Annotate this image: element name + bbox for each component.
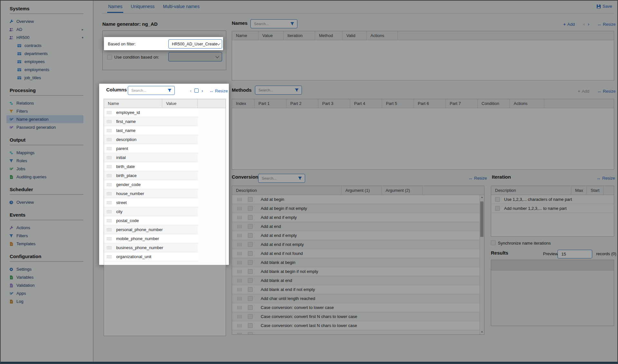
save-button[interactable]: Save [596,4,612,9]
column-row-personal-phone-number[interactable]: personal_phone_number [104,225,198,234]
tab-names[interactable]: Names [107,4,123,13]
conversion-checkbox[interactable] [248,278,253,283]
drag-handle-icon[interactable] [107,192,112,195]
sidebar-item-contracts[interactable]: contracts [6,42,83,50]
drag-handle-icon[interactable] [107,210,112,213]
iteration-checkbox[interactable] [495,206,500,211]
filter-funnel-icon[interactable] [167,88,172,93]
conversion-row-case-conversion-convert-last-n-chars-to-lower-case[interactable]: Case conversion: convert last N chars to… [232,321,480,330]
iteration-row-use-1-2-3-characters-of-name-part[interactable]: Use 1,2,3,... characters of name part [491,195,614,204]
drag-handle-icon[interactable] [237,324,242,327]
drag-handle-icon[interactable] [237,288,242,291]
sidebar-item-actions[interactable]: Actions [6,224,83,232]
conversion-row-add-blank-at-begin-if-not-empty[interactable]: Add blank at begin if not empty [232,267,480,276]
conversion-checkbox[interactable] [248,251,253,256]
sidebar-item-employments[interactable]: employments [6,66,83,74]
drag-handle-icon[interactable] [237,270,242,273]
chevron-left-icon[interactable]: ‹ [190,88,192,93]
drag-handle-icon[interactable] [107,120,112,123]
drag-handle-icon[interactable] [237,261,242,264]
column-row-initial[interactable]: initial [104,153,198,162]
conversion-row-add-at-begin[interactable]: Add at begin [232,195,480,204]
conversion-checkbox[interactable] [248,287,253,292]
sidebar-item-relations[interactable]: Relations [6,99,83,107]
sidebar-item-overview[interactable]: Overview [6,17,83,25]
column-row-postal-code[interactable]: postal_code [104,216,198,225]
conversion-row-add-at-end[interactable]: Add at end [232,222,480,231]
sidebar-item-templates[interactable]: Templates [6,240,83,248]
drag-handle-icon[interactable] [237,225,242,228]
chevron-right-icon[interactable]: › [588,21,589,27]
scroll-down-icon[interactable]: ▼ [480,330,484,334]
column-row-last-name[interactable]: last_name [104,126,198,135]
names-search-input[interactable] [253,22,288,26]
sidebar-item-apps[interactable]: Apps [6,289,83,297]
methods-search-input[interactable] [258,88,293,92]
drag-handle-icon[interactable] [107,165,112,168]
drag-handle-icon[interactable] [107,129,112,132]
iteration-checkbox[interactable] [495,197,500,202]
column-row-birth-place[interactable]: birth_place [104,171,198,180]
conversion-row-add-at-end-if-not-empty[interactable]: Add at end if not empty [232,240,480,249]
column-row-organizational-unit[interactable]: organizational_unit [104,252,198,261]
column-row-gender-code[interactable]: gender_code [104,180,198,189]
sidebar-item-roles[interactable]: Roles [6,157,83,165]
conversion-checkbox[interactable] [248,224,253,229]
conversion-checkbox[interactable] [248,305,253,310]
conversion-checkbox[interactable] [248,197,253,202]
drag-handle-icon[interactable] [107,228,112,231]
column-row-employee-id[interactable]: employee_id [104,108,198,117]
conversion-checkbox[interactable] [248,215,253,220]
sidebar-item-departments[interactable]: departments [6,50,83,58]
drag-handle-icon[interactable] [237,252,242,255]
drag-handle-icon[interactable] [237,306,242,309]
sidebar-item-auditing-queries[interactable]: Auditing queries [6,173,83,181]
page-select-icon[interactable] [194,89,199,93]
drag-handle-icon[interactable] [237,216,242,219]
conversion-row-case-conversion-convert-first-n-chars-to-lower-case[interactable]: Case conversion: convert first N chars t… [232,312,480,321]
column-row-first-name[interactable]: first_name [104,117,198,126]
sidebar-item-password-generation[interactable]: Password generation [6,123,83,131]
conversion-checkbox[interactable] [248,242,253,247]
drag-handle-icon[interactable] [237,297,242,300]
conversion-row-add-blank-at-begin[interactable]: Add blank at begin [232,258,480,267]
iteration-row-add-number-1-2-3-to-name-part[interactable]: Add number 1,2,3,... to name part [491,204,614,213]
names-resize-button[interactable]: ↔ Resize [597,22,616,27]
drag-handle-icon[interactable] [237,315,242,318]
drag-handle-icon[interactable] [107,174,112,177]
tab-uniqueness[interactable]: Uniqueness [130,4,155,13]
conversion-search-input[interactable] [261,176,296,181]
conversion-row-partial[interactable] [232,330,480,335]
drag-handle-icon[interactable] [237,279,242,282]
conversion-checkbox[interactable] [248,233,253,238]
filter-funnel-icon[interactable] [290,22,295,26]
sidebar-item-jobs[interactable]: Jobs [6,165,83,173]
preview-count-input[interactable] [561,251,589,257]
column-row-city[interactable]: city [104,207,198,216]
drag-handle-icon[interactable] [107,111,112,114]
conversion-row-add-char-until-length-reached[interactable]: Add char until length reached [232,294,480,303]
column-row-house-number[interactable]: house_number [104,189,198,198]
drag-handle-icon[interactable] [107,156,112,159]
conversion-row-add-at-begin-if-not-empty[interactable]: Add at begin if not empty [232,204,480,213]
methods-add-button[interactable]: + Add [578,89,589,94]
drag-handle-icon[interactable] [107,201,112,204]
drag-handle-icon[interactable] [107,246,112,249]
conversion-checkbox[interactable] [248,296,253,301]
drag-handle-icon[interactable] [237,234,242,237]
column-row-business-phone-number[interactable]: business_phone_number [104,243,198,252]
sidebar-item-employees[interactable]: employees [6,58,83,66]
drag-handle-icon[interactable] [107,237,112,240]
drag-handle-icon[interactable] [107,138,112,141]
conversion-checkbox[interactable] [248,269,253,274]
drag-handle-icon[interactable] [107,183,112,186]
conversion-row-add-at-end-if-empty[interactable]: Add at end if empty [232,213,480,222]
drag-handle-icon[interactable] [107,147,112,150]
filter-funnel-icon[interactable] [298,176,302,181]
column-row-street[interactable]: street [104,198,198,207]
conversion-resize-button[interactable]: ↔ Resize [468,176,487,181]
column-row-birth-date[interactable]: birth_date [104,162,198,171]
conversion-row-add-blank-at-end[interactable]: Add blank at end [232,276,480,285]
drag-handle-icon[interactable] [237,207,242,210]
methods-resize-button[interactable]: ↔ Resize [597,89,616,94]
